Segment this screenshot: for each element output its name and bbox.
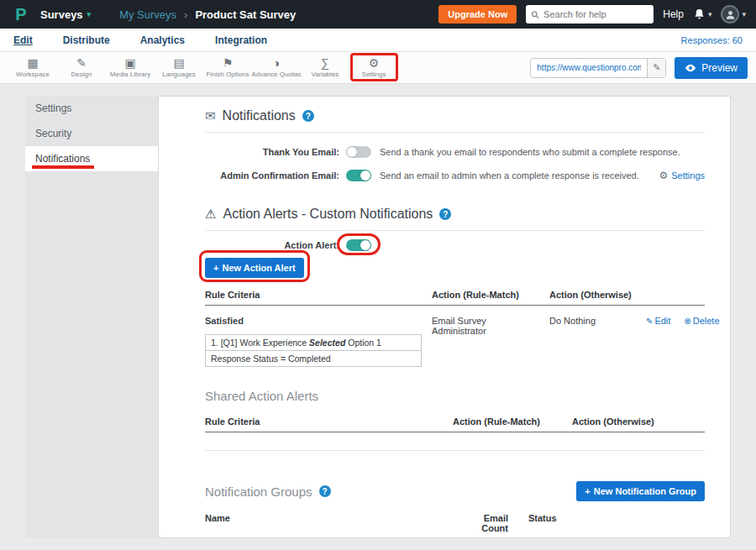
- account-menu[interactable]: ▾: [721, 5, 746, 24]
- new-notification-group-button[interactable]: + New Notification Group: [576, 481, 705, 501]
- finish-options-icon: ⚑: [223, 57, 234, 70]
- breadcrumb-separator-icon: ›: [184, 8, 187, 21]
- toolbar-item-label: Workspace: [16, 71, 50, 78]
- sidebar-item-notifications[interactable]: Notifications: [25, 146, 158, 171]
- chevron-down-icon: ▾: [87, 10, 92, 18]
- advance-quotas-icon: ◑: [273, 57, 280, 70]
- app-window: P Surveys ▾ My Surveys › Product Sat Sur…: [0, 0, 756, 550]
- shared-alerts-empty-row: [205, 432, 705, 451]
- variables-icon: ∑: [321, 57, 329, 70]
- pencil-icon: ✎: [646, 317, 653, 326]
- edit-alert-link[interactable]: ✎Edit: [646, 316, 670, 326]
- rule-criteria-line: Response Status = Completed: [206, 350, 421, 366]
- column-header-action-match: Action (Rule-Match): [453, 416, 572, 427]
- media-library-icon: ▣: [124, 57, 135, 70]
- help-circle-icon[interactable]: ?: [319, 485, 331, 497]
- surveys-menu[interactable]: Surveys ▾: [40, 8, 91, 21]
- surveys-menu-label: Surveys: [40, 8, 83, 21]
- column-header-rule-criteria: Rule Criteria: [205, 290, 432, 300]
- divider: [205, 230, 705, 231]
- toolbar-item-workspace[interactable]: ▦ Workspace: [8, 57, 57, 78]
- sidebar-item-security[interactable]: Security: [25, 121, 158, 146]
- questionpro-logo[interactable]: P: [10, 5, 32, 24]
- toolbar-item-label: Settings: [362, 71, 386, 78]
- eye-icon: [685, 64, 696, 72]
- avatar: [721, 5, 739, 24]
- tab-edit[interactable]: Edit: [13, 34, 33, 46]
- section-title-shared-action-alerts: Shared Action Alerts: [205, 389, 705, 403]
- action-match-cell: Email Survey Administrator: [432, 316, 549, 367]
- breadcrumb: My Surveys › Product Sat Survey: [119, 8, 296, 21]
- notification-groups-table-header: Name Email Count Status: [205, 513, 705, 538]
- languages-icon: ▤: [173, 57, 184, 70]
- delete-alert-link[interactable]: ⊗Delete: [684, 316, 719, 326]
- tab-integration[interactable]: Integration: [215, 34, 267, 46]
- topbar-right: Upgrade Now Help ▾ ▾: [438, 5, 746, 24]
- survey-nav-tabs: Edit Distribute Analytics Integration Re…: [0, 29, 756, 52]
- new-action-alert-label: New Action Alert: [222, 263, 295, 273]
- toggle-knob: [347, 147, 357, 157]
- upgrade-now-button[interactable]: Upgrade Now: [438, 5, 517, 24]
- breadcrumb-my-surveys[interactable]: My Surveys: [119, 8, 176, 21]
- survey-url-input[interactable]: [531, 63, 647, 72]
- column-header-rule-criteria: Rule Criteria: [205, 416, 453, 427]
- notifications-panel: ✉ Notifications ? Thank You Email: Send …: [158, 96, 731, 538]
- rule-group-label: Satisfied: [205, 316, 432, 326]
- action-alert-toggle-row: Action Alert:: [205, 239, 705, 251]
- tab-analytics[interactable]: Analytics: [140, 34, 185, 46]
- toolbar-item-advance-quotas[interactable]: ◑ Advance Quotas: [252, 57, 301, 78]
- preview-button-label: Preview: [701, 62, 738, 74]
- responses-count[interactable]: Responses: 60: [681, 35, 743, 45]
- toolbar-item-settings[interactable]: ⚙ Settings: [349, 57, 398, 78]
- section-title-action-alerts: Action Alerts - Custom Notifications: [223, 207, 433, 222]
- help-search[interactable]: [526, 5, 654, 24]
- survey-url-box: ✎: [530, 58, 666, 78]
- chevron-down-icon: ▾: [742, 10, 746, 18]
- action-alerts-table-header: Rule Criteria Action (Rule-Match) Action…: [205, 290, 705, 306]
- admin-confirmation-email-row: Admin Confirmation Email: Send an email …: [205, 170, 705, 181]
- workspace-icon: ▦: [27, 57, 38, 70]
- toolbar-item-label: Languages: [162, 71, 196, 78]
- help-circle-icon[interactable]: ?: [439, 208, 451, 220]
- preview-button[interactable]: Preview: [675, 57, 748, 79]
- tab-distribute[interactable]: Distribute: [63, 34, 110, 46]
- notifications-bell-button[interactable]: ▾: [693, 8, 712, 21]
- toggle-knob: [360, 170, 370, 181]
- edit-url-button[interactable]: ✎: [647, 58, 665, 78]
- help-circle-icon[interactable]: ?: [302, 110, 314, 122]
- action-alert-label: Action Alert:: [205, 240, 339, 250]
- column-header-name: Name: [205, 513, 465, 533]
- admin-confirmation-email-label: Admin Confirmation Email:: [205, 170, 339, 181]
- thank-you-email-toggle[interactable]: [346, 146, 371, 158]
- sidebar-item-settings[interactable]: Settings: [25, 96, 158, 121]
- design-icon: ✎: [76, 57, 87, 70]
- column-header-action-otherwise: Action (Otherwise): [549, 290, 646, 300]
- shared-alerts-table-header: Rule Criteria Action (Rule-Match) Action…: [205, 416, 705, 432]
- help-link[interactable]: Help: [663, 8, 684, 20]
- toolbar-item-finish-options[interactable]: ⚑ Finish Options: [203, 57, 252, 78]
- alert-row-actions: ✎Edit ⊗Delete: [646, 316, 720, 367]
- toolbar-item-languages[interactable]: ▤ Languages: [155, 57, 203, 78]
- admin-confirmation-email-toggle[interactable]: [346, 170, 371, 181]
- help-search-input[interactable]: [543, 9, 648, 19]
- admin-email-settings-link[interactable]: Settings: [671, 170, 705, 181]
- toolbar-right: ✎ Preview: [530, 57, 748, 79]
- toolbar-item-variables[interactable]: ∑ Variables: [301, 57, 349, 78]
- rule-criteria-cell: Satisfied 1. [Q1] Work Experience Select…: [205, 316, 432, 367]
- search-icon: [531, 10, 539, 19]
- toolbar-item-design[interactable]: ✎ Design: [57, 57, 106, 78]
- new-notification-group-label: New Notification Group: [594, 486, 696, 496]
- plus-icon: +: [585, 486, 590, 496]
- settings-sidebar: Settings Security Notifications: [25, 96, 158, 538]
- gear-icon: ⚙: [659, 170, 668, 181]
- edit-toolbar: ▦ Workspace ✎ Design ▣ Media Library ▤ L…: [0, 52, 756, 84]
- thank-you-email-description: Send a thank you email to respondents wh…: [380, 147, 680, 157]
- action-otherwise-cell: Do Nothing: [549, 316, 646, 367]
- person-icon: [725, 9, 736, 20]
- divider: [205, 132, 705, 133]
- logo-letter: P: [15, 5, 26, 24]
- toolbar-item-media-library[interactable]: ▣ Media Library: [106, 57, 155, 78]
- new-action-alert-button[interactable]: + New Action Alert: [205, 258, 304, 278]
- toolbar-item-label: Design: [71, 71, 92, 78]
- action-alert-toggle[interactable]: [346, 239, 371, 251]
